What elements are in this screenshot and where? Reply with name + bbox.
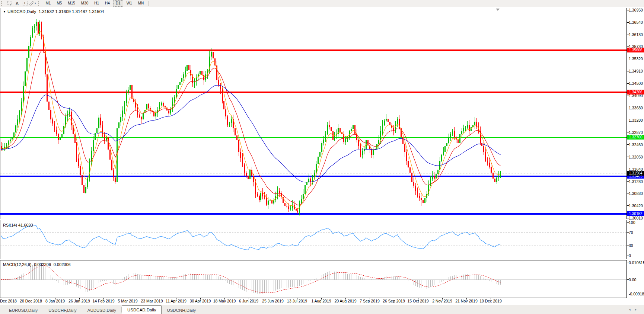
chart-tab-bar: ◂▸ EURUSD,DailyUSDCHF,DailyAUDUSD,DailyU… xyxy=(0,305,644,314)
rsi-line xyxy=(1,225,501,250)
tab-usdcad[interactable]: USDCAD,Daily xyxy=(122,305,162,314)
ma-mid-line xyxy=(1,50,501,205)
macd-signal-line xyxy=(1,265,501,293)
chart-canvas[interactable] xyxy=(0,0,644,305)
ma-slow-line xyxy=(1,85,501,182)
candlestick-series xyxy=(1,19,501,215)
chart-shift-marker-icon[interactable] xyxy=(496,9,500,11)
tab-usdcnh[interactable]: USDCNH,Daily xyxy=(162,307,201,314)
macd-histogram xyxy=(1,263,500,294)
tab-audusd[interactable]: AUDUSD,Daily xyxy=(82,307,121,314)
tab-usdchf[interactable]: USDCHF,Daily xyxy=(43,307,82,314)
ma-fast-line xyxy=(1,31,501,209)
tab-scroll-arrows[interactable]: ◂▸ xyxy=(629,308,641,311)
scroll-left-icon[interactable]: ◂ xyxy=(629,308,635,311)
tab-eurusd[interactable]: EURUSD,Daily xyxy=(4,307,43,314)
scroll-right-icon[interactable]: ▸ xyxy=(635,308,641,311)
trading-platform-window: F A T ▾ M1M5M15M30H1H4D1W1MN ▼USDCAD,Dai… xyxy=(0,0,644,314)
